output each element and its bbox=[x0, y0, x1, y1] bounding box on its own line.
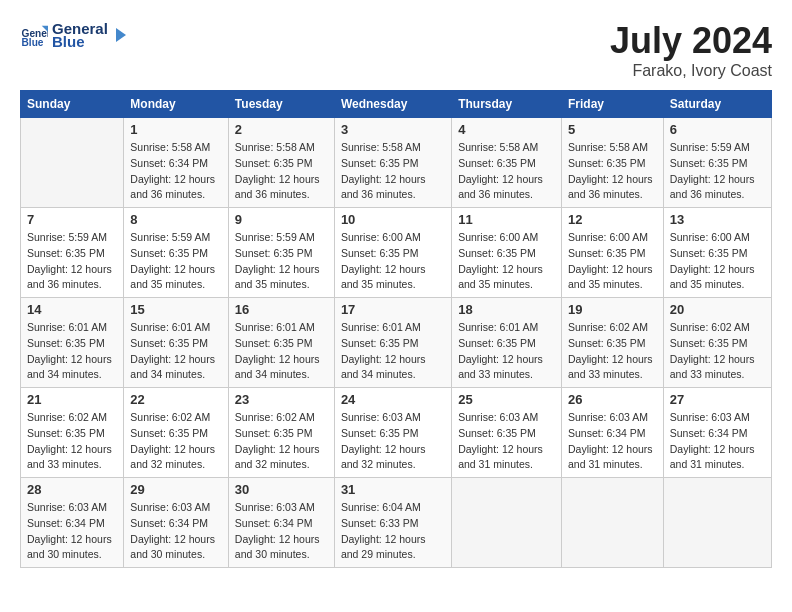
header-thursday: Thursday bbox=[452, 91, 562, 118]
calendar-cell: 27 Sunrise: 6:03 AM Sunset: 6:34 PM Dayl… bbox=[663, 388, 771, 478]
day-number: 20 bbox=[670, 302, 765, 317]
calendar-cell: 15 Sunrise: 6:01 AM Sunset: 6:35 PM Dayl… bbox=[124, 298, 229, 388]
day-info: Sunrise: 5:58 AM Sunset: 6:35 PM Dayligh… bbox=[341, 140, 445, 203]
day-number: 1 bbox=[130, 122, 222, 137]
day-info: Sunrise: 6:02 AM Sunset: 6:35 PM Dayligh… bbox=[235, 410, 328, 473]
day-number: 27 bbox=[670, 392, 765, 407]
header-row: Sunday Monday Tuesday Wednesday Thursday… bbox=[21, 91, 772, 118]
day-number: 17 bbox=[341, 302, 445, 317]
day-number: 2 bbox=[235, 122, 328, 137]
header-friday: Friday bbox=[561, 91, 663, 118]
calendar-cell: 25 Sunrise: 6:03 AM Sunset: 6:35 PM Dayl… bbox=[452, 388, 562, 478]
header-tuesday: Tuesday bbox=[228, 91, 334, 118]
day-info: Sunrise: 6:02 AM Sunset: 6:35 PM Dayligh… bbox=[670, 320, 765, 383]
day-info: Sunrise: 6:01 AM Sunset: 6:35 PM Dayligh… bbox=[235, 320, 328, 383]
day-info: Sunrise: 6:02 AM Sunset: 6:35 PM Dayligh… bbox=[568, 320, 657, 383]
day-info: Sunrise: 5:58 AM Sunset: 6:35 PM Dayligh… bbox=[235, 140, 328, 203]
week-row-4: 21 Sunrise: 6:02 AM Sunset: 6:35 PM Dayl… bbox=[21, 388, 772, 478]
day-info: Sunrise: 6:01 AM Sunset: 6:35 PM Dayligh… bbox=[341, 320, 445, 383]
calendar-cell: 6 Sunrise: 5:59 AM Sunset: 6:35 PM Dayli… bbox=[663, 118, 771, 208]
calendar-cell: 17 Sunrise: 6:01 AM Sunset: 6:35 PM Dayl… bbox=[334, 298, 451, 388]
title-block: July 2024 Farako, Ivory Coast bbox=[610, 20, 772, 80]
calendar-cell: 14 Sunrise: 6:01 AM Sunset: 6:35 PM Dayl… bbox=[21, 298, 124, 388]
day-number: 18 bbox=[458, 302, 555, 317]
day-info: Sunrise: 6:00 AM Sunset: 6:35 PM Dayligh… bbox=[341, 230, 445, 293]
header-saturday: Saturday bbox=[663, 91, 771, 118]
day-info: Sunrise: 6:03 AM Sunset: 6:34 PM Dayligh… bbox=[235, 500, 328, 563]
day-info: Sunrise: 6:00 AM Sunset: 6:35 PM Dayligh… bbox=[670, 230, 765, 293]
calendar-cell: 13 Sunrise: 6:00 AM Sunset: 6:35 PM Dayl… bbox=[663, 208, 771, 298]
calendar-title: July 2024 bbox=[610, 20, 772, 62]
day-number: 4 bbox=[458, 122, 555, 137]
day-number: 7 bbox=[27, 212, 117, 227]
day-info: Sunrise: 6:00 AM Sunset: 6:35 PM Dayligh… bbox=[568, 230, 657, 293]
day-info: Sunrise: 5:59 AM Sunset: 6:35 PM Dayligh… bbox=[27, 230, 117, 293]
day-number: 31 bbox=[341, 482, 445, 497]
header-monday: Monday bbox=[124, 91, 229, 118]
calendar-cell: 30 Sunrise: 6:03 AM Sunset: 6:34 PM Dayl… bbox=[228, 478, 334, 568]
calendar-table: Sunday Monday Tuesday Wednesday Thursday… bbox=[20, 90, 772, 568]
day-info: Sunrise: 6:00 AM Sunset: 6:35 PM Dayligh… bbox=[458, 230, 555, 293]
day-number: 15 bbox=[130, 302, 222, 317]
calendar-cell bbox=[21, 118, 124, 208]
calendar-body: 1 Sunrise: 5:58 AM Sunset: 6:34 PM Dayli… bbox=[21, 118, 772, 568]
day-number: 12 bbox=[568, 212, 657, 227]
day-info: Sunrise: 5:58 AM Sunset: 6:35 PM Dayligh… bbox=[458, 140, 555, 203]
calendar-header: Sunday Monday Tuesday Wednesday Thursday… bbox=[21, 91, 772, 118]
calendar-cell: 11 Sunrise: 6:00 AM Sunset: 6:35 PM Dayl… bbox=[452, 208, 562, 298]
day-info: Sunrise: 6:02 AM Sunset: 6:35 PM Dayligh… bbox=[27, 410, 117, 473]
day-info: Sunrise: 5:58 AM Sunset: 6:35 PM Dayligh… bbox=[568, 140, 657, 203]
day-number: 6 bbox=[670, 122, 765, 137]
day-number: 3 bbox=[341, 122, 445, 137]
day-number: 21 bbox=[27, 392, 117, 407]
day-info: Sunrise: 5:59 AM Sunset: 6:35 PM Dayligh… bbox=[130, 230, 222, 293]
day-number: 28 bbox=[27, 482, 117, 497]
day-info: Sunrise: 6:01 AM Sunset: 6:35 PM Dayligh… bbox=[27, 320, 117, 383]
day-info: Sunrise: 6:03 AM Sunset: 6:34 PM Dayligh… bbox=[568, 410, 657, 473]
calendar-cell: 21 Sunrise: 6:02 AM Sunset: 6:35 PM Dayl… bbox=[21, 388, 124, 478]
header-wednesday: Wednesday bbox=[334, 91, 451, 118]
day-number: 19 bbox=[568, 302, 657, 317]
day-number: 25 bbox=[458, 392, 555, 407]
calendar-cell: 28 Sunrise: 6:03 AM Sunset: 6:34 PM Dayl… bbox=[21, 478, 124, 568]
calendar-cell: 31 Sunrise: 6:04 AM Sunset: 6:33 PM Dayl… bbox=[334, 478, 451, 568]
calendar-cell: 8 Sunrise: 5:59 AM Sunset: 6:35 PM Dayli… bbox=[124, 208, 229, 298]
calendar-cell: 22 Sunrise: 6:02 AM Sunset: 6:35 PM Dayl… bbox=[124, 388, 229, 478]
calendar-cell: 19 Sunrise: 6:02 AM Sunset: 6:35 PM Dayl… bbox=[561, 298, 663, 388]
day-info: Sunrise: 6:03 AM Sunset: 6:34 PM Dayligh… bbox=[130, 500, 222, 563]
logo-icon: General Blue bbox=[20, 21, 48, 49]
day-info: Sunrise: 6:03 AM Sunset: 6:35 PM Dayligh… bbox=[341, 410, 445, 473]
calendar-cell: 29 Sunrise: 6:03 AM Sunset: 6:34 PM Dayl… bbox=[124, 478, 229, 568]
day-number: 30 bbox=[235, 482, 328, 497]
calendar-cell: 7 Sunrise: 5:59 AM Sunset: 6:35 PM Dayli… bbox=[21, 208, 124, 298]
logo: General Blue General Blue bbox=[20, 20, 130, 50]
day-info: Sunrise: 6:01 AM Sunset: 6:35 PM Dayligh… bbox=[458, 320, 555, 383]
day-number: 24 bbox=[341, 392, 445, 407]
day-number: 22 bbox=[130, 392, 222, 407]
week-row-5: 28 Sunrise: 6:03 AM Sunset: 6:34 PM Dayl… bbox=[21, 478, 772, 568]
day-number: 29 bbox=[130, 482, 222, 497]
calendar-cell: 9 Sunrise: 5:59 AM Sunset: 6:35 PM Dayli… bbox=[228, 208, 334, 298]
week-row-2: 7 Sunrise: 5:59 AM Sunset: 6:35 PM Dayli… bbox=[21, 208, 772, 298]
day-info: Sunrise: 6:01 AM Sunset: 6:35 PM Dayligh… bbox=[130, 320, 222, 383]
day-info: Sunrise: 6:02 AM Sunset: 6:35 PM Dayligh… bbox=[130, 410, 222, 473]
calendar-cell: 12 Sunrise: 6:00 AM Sunset: 6:35 PM Dayl… bbox=[561, 208, 663, 298]
day-info: Sunrise: 6:03 AM Sunset: 6:34 PM Dayligh… bbox=[670, 410, 765, 473]
calendar-cell: 2 Sunrise: 5:58 AM Sunset: 6:35 PM Dayli… bbox=[228, 118, 334, 208]
day-number: 13 bbox=[670, 212, 765, 227]
day-number: 10 bbox=[341, 212, 445, 227]
page-header: General Blue General Blue July 2024 Fara… bbox=[20, 20, 772, 80]
day-number: 14 bbox=[27, 302, 117, 317]
week-row-3: 14 Sunrise: 6:01 AM Sunset: 6:35 PM Dayl… bbox=[21, 298, 772, 388]
day-number: 16 bbox=[235, 302, 328, 317]
calendar-cell: 10 Sunrise: 6:00 AM Sunset: 6:35 PM Dayl… bbox=[334, 208, 451, 298]
calendar-cell: 26 Sunrise: 6:03 AM Sunset: 6:34 PM Dayl… bbox=[561, 388, 663, 478]
calendar-cell: 24 Sunrise: 6:03 AM Sunset: 6:35 PM Dayl… bbox=[334, 388, 451, 478]
day-number: 9 bbox=[235, 212, 328, 227]
calendar-cell: 18 Sunrise: 6:01 AM Sunset: 6:35 PM Dayl… bbox=[452, 298, 562, 388]
day-info: Sunrise: 6:04 AM Sunset: 6:33 PM Dayligh… bbox=[341, 500, 445, 563]
day-info: Sunrise: 5:59 AM Sunset: 6:35 PM Dayligh… bbox=[235, 230, 328, 293]
calendar-cell: 23 Sunrise: 6:02 AM Sunset: 6:35 PM Dayl… bbox=[228, 388, 334, 478]
calendar-cell: 1 Sunrise: 5:58 AM Sunset: 6:34 PM Dayli… bbox=[124, 118, 229, 208]
svg-text:Blue: Blue bbox=[22, 37, 44, 48]
